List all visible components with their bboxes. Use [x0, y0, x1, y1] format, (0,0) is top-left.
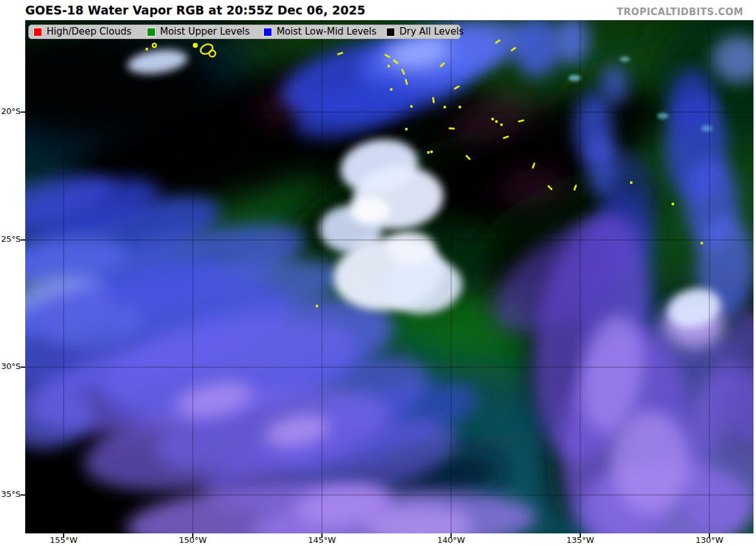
water-vapor-blobs: [25, 20, 753, 533]
y-axis-label: 35°S: [0, 489, 21, 499]
page-title: GOES-18 Water Vapor RGB at 20:55Z Dec 06…: [25, 3, 365, 17]
legend-item-dry-all-levels: Dry All Levels: [386, 25, 464, 38]
x-axis-label: 140°W: [429, 535, 473, 545]
x-axis-label: 150°W: [171, 535, 215, 545]
legend-item-moist-upper-levels: Moist Upper Levels: [147, 25, 249, 38]
y-axis-tick: [21, 239, 25, 241]
legend-swatch-moist-upper-levels: [147, 28, 156, 37]
legend-swatch-dry-all-levels: [386, 28, 395, 37]
satellite-imagery: [25, 20, 753, 533]
y-axis-tick: [21, 367, 25, 368]
x-axis-label: 145°W: [300, 535, 344, 545]
legend-bar: High/Deep Clouds Moist Upper Levels Mois…: [28, 25, 461, 39]
y-axis-label: 20°S: [0, 106, 21, 116]
legend-swatch-moist-low-mid-levels: [263, 28, 272, 37]
page: { "title": "GOES-18 Water Vapor RGB at 2…: [0, 0, 756, 546]
legend-item-high-deep-clouds: High/Deep Clouds: [33, 25, 132, 38]
legend-label-moist-low-mid-levels: Moist Low-Mid Levels: [277, 25, 377, 38]
x-axis-label: 130°W: [687, 535, 731, 545]
legend-label-moist-upper-levels: Moist Upper Levels: [160, 25, 249, 38]
y-axis-tick: [21, 494, 25, 496]
x-axis-label: 135°W: [558, 535, 602, 545]
legend-label-dry-all-levels: Dry All Levels: [399, 25, 464, 38]
site-watermark: TROPICALTIDBITS.COM: [617, 6, 743, 18]
legend-swatch-high-deep-clouds: [33, 28, 42, 37]
legend-label-high-deep-clouds: High/Deep Clouds: [47, 25, 132, 38]
y-axis-label: 30°S: [0, 361, 21, 371]
y-axis-tick: [21, 111, 25, 113]
x-axis-label: 155°W: [42, 535, 86, 545]
satellite-map: High/Deep Clouds Moist Upper Levels Mois…: [25, 20, 753, 533]
y-axis-label: 25°S: [0, 234, 21, 244]
legend-item-moist-low-mid-levels: Moist Low-Mid Levels: [263, 25, 377, 38]
